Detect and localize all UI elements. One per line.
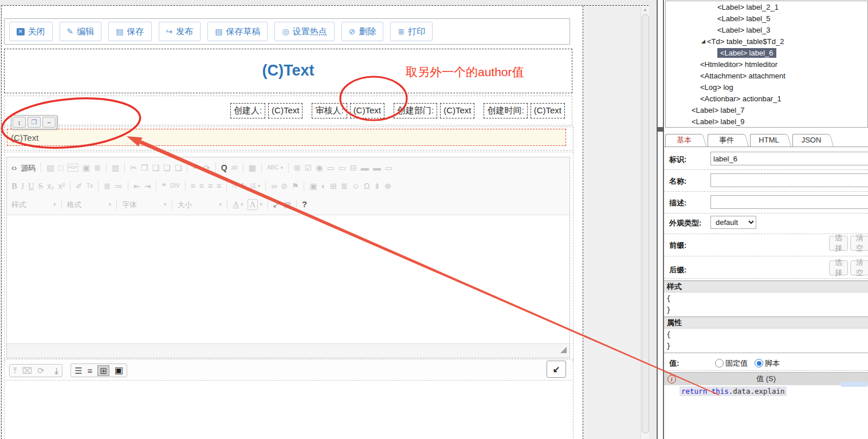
appearance-select[interactable]: default [710, 216, 756, 229]
image-button-icon[interactable]: ▬ [373, 164, 381, 172]
copy-format-icon[interactable]: ✐ [76, 182, 83, 190]
tree-item-label-5[interactable]: <Label> label_5 [666, 13, 867, 24]
meta-field-label[interactable]: 创建时间: [484, 103, 527, 118]
superscript-icon[interactable]: x² [58, 182, 65, 190]
size-combo[interactable]: 大小 [178, 201, 218, 208]
explain-label-selected[interactable]: (C)Text [7, 129, 566, 146]
form-title-block[interactable]: (C)Text 取另外一个的author值 [4, 49, 572, 93]
text-field-icon[interactable]: ▭ [327, 164, 335, 172]
delete-button[interactable]: ⊘ 删除 [341, 22, 384, 41]
tree-item-log[interactable]: <Log> log [666, 81, 867, 93]
upload-icon[interactable]: ⤒ [13, 366, 17, 375]
italic-icon[interactable]: I [21, 182, 24, 191]
spellcheck-arrow-icon[interactable]: ▾ [281, 165, 284, 171]
meta-field-label[interactable]: 创建人: [230, 103, 265, 118]
close-button[interactable]: ✕ 关闭 [9, 22, 53, 41]
horizontal-rule-icon[interactable]: ≣ [341, 182, 348, 190]
print-button[interactable]: ≣ 打印 [390, 22, 433, 41]
scrollbar-thumb[interactable] [642, 14, 649, 433]
bullet-list-icon[interactable]: ≔ [115, 182, 123, 190]
remove-format-icon[interactable]: Tx [87, 183, 93, 189]
edit-button[interactable]: ✎ 编辑 [60, 22, 102, 41]
div-icon[interactable]: DIV [170, 183, 180, 189]
save-draft-button[interactable]: ▤ 保存草稿 [207, 22, 268, 41]
combo-arrow-icon[interactable]: ▾ [53, 202, 56, 207]
remove-icon[interactable]: − [42, 117, 56, 128]
publish-button[interactable]: ↪ 发布 [159, 22, 201, 41]
vertical-splitter[interactable] [657, 0, 664, 439]
indent-icon[interactable]: ⇥ [144, 182, 151, 190]
underline-icon[interactable]: U [28, 182, 34, 191]
delete-attachment-icon[interactable]: ⌧ [22, 366, 32, 375]
fixed-value-radio-label[interactable]: 固定值 [725, 358, 748, 369]
prefix-clear-button[interactable]: 清空 [850, 236, 868, 251]
button-field-icon[interactable]: ▬ [361, 164, 369, 172]
meta-field-label[interactable]: 创建部门: [394, 103, 437, 118]
image-view-icon[interactable]: ▣ [115, 366, 123, 375]
ltr-icon[interactable]: ›¶ [232, 183, 237, 189]
spellcheck-icon[interactable]: ABC [267, 165, 279, 171]
special-char-icon[interactable]: Ω [364, 182, 370, 190]
canvas-scrollbar[interactable]: ▲ [641, 6, 649, 439]
meta-field-label[interactable]: 审核人: [312, 103, 347, 118]
copy-icon[interactable]: ❐ [28, 117, 41, 128]
download-icon[interactable]: ⤓ [55, 366, 59, 375]
tree-item-attachment[interactable]: <Attachment> attachment [666, 70, 867, 81]
tree-expand-icon[interactable]: ◢ [701, 38, 705, 44]
show-blocks-icon[interactable]: ▦ [284, 200, 291, 208]
anchor-icon[interactable]: ⚑ [292, 182, 299, 190]
combo-arrow-icon[interactable]: ▾ [109, 202, 112, 207]
cut-icon[interactable]: ✂ [130, 164, 137, 172]
radio-icon[interactable]: ◉ [316, 164, 323, 172]
tree-item-htmleditor[interactable]: <Htmleditor> htmleditor [666, 58, 867, 70]
blockquote-icon[interactable]: ❝ [162, 182, 166, 190]
combo-arrow-icon[interactable]: ▾ [260, 202, 262, 207]
move-icon[interactable]: ↕ [13, 117, 26, 128]
editor-content-area[interactable] [7, 215, 569, 343]
link-icon[interactable]: ∞ [271, 182, 277, 190]
language-arrow-icon[interactable]: ▾ [258, 184, 261, 189]
fixed-value-radio[interactable] [715, 359, 724, 367]
table-icon[interactable]: ⊞ [330, 182, 337, 190]
new-page-icon[interactable]: □ [58, 164, 63, 172]
combo-arrow-icon[interactable]: ▾ [241, 202, 243, 207]
print-doc-icon[interactable]: ≣ [94, 164, 101, 172]
font-combo[interactable]: 字体 [122, 201, 162, 208]
strike-icon[interactable]: S [38, 182, 43, 191]
find-icon[interactable]: Q [221, 164, 227, 172]
export-pdf-icon[interactable]: PDF [67, 164, 78, 172]
tree-item-label-7[interactable]: <Label> label_7 [666, 104, 867, 116]
tab-basic[interactable]: 基本 [665, 134, 703, 147]
image-icon[interactable]: ▣ [309, 182, 317, 190]
undo-icon[interactable]: ↶ [193, 164, 199, 172]
help-icon[interactable]: ? [302, 200, 307, 208]
maximize-icon[interactable]: ⤢ [273, 200, 280, 208]
numbered-list-icon[interactable]: ≣ [104, 182, 111, 190]
bg-color-icon[interactable]: A [248, 199, 258, 210]
source-icon[interactable]: ‹› [11, 164, 17, 172]
tree-item-label-6[interactable]: <Label> label_6 [666, 47, 867, 58]
copy-doc-icon[interactable]: ❐ [141, 164, 148, 172]
bold-icon[interactable]: B [11, 182, 17, 191]
collapse-button[interactable]: ↙ [547, 361, 566, 378]
replace-icon[interactable]: ab [231, 165, 238, 171]
select-all-icon[interactable]: ▦ [249, 164, 256, 172]
meta-field-value[interactable]: (C)Text [440, 103, 474, 118]
flash-icon[interactable]: ◐ [321, 182, 326, 190]
script-radio[interactable] [755, 359, 763, 367]
source-label[interactable]: 源码 [21, 164, 36, 172]
script-code-line[interactable]: return this.data.explain [680, 386, 787, 396]
textarea-icon[interactable]: ▭ [339, 164, 346, 172]
checkbox-icon[interactable]: ☑ [305, 164, 312, 172]
paste-text-icon[interactable]: ❑ [163, 164, 171, 172]
tab-html[interactable]: HTML [750, 134, 788, 147]
prefix-select-button[interactable]: 选择 [829, 236, 848, 251]
styles-combo[interactable]: 样式 [11, 201, 52, 208]
meta-field-value[interactable]: (C)Text [531, 103, 565, 118]
format-combo[interactable]: 格式 [67, 201, 107, 208]
subscript-icon[interactable]: x₂ [47, 182, 54, 190]
scroll-up-icon[interactable]: ▲ [641, 7, 649, 11]
attrs-section-header[interactable]: 属性 [664, 317, 868, 329]
script-radio-label[interactable]: 脚本 [765, 358, 780, 369]
combo-arrow-icon[interactable]: ▾ [219, 202, 222, 207]
